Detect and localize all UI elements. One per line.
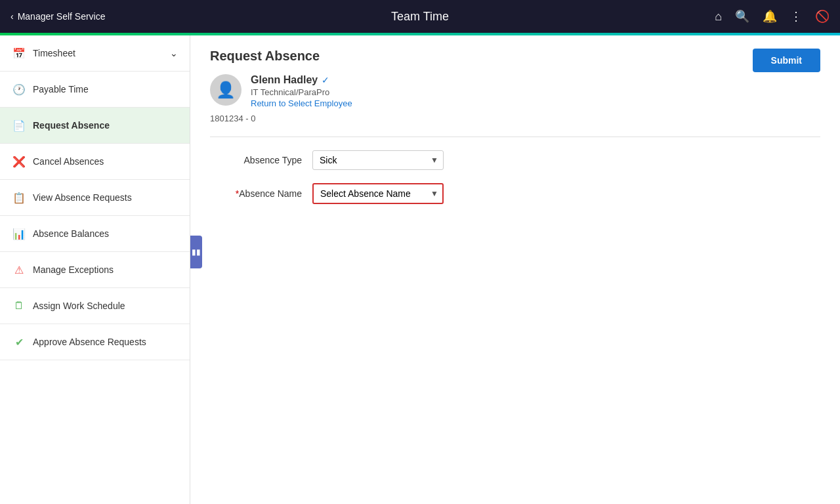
sidebar-item-request-absence[interactable]: 📄 Request Absence xyxy=(0,108,190,144)
absence-type-label: Absence Type xyxy=(210,155,302,165)
topbar-title: Team Time xyxy=(391,10,449,24)
more-icon: ⋮ xyxy=(790,9,802,24)
search-icon-button[interactable]: 🔍 xyxy=(735,9,749,24)
sidebar-item-view-absence-requests[interactable]: 📋 View Absence Requests xyxy=(0,180,190,216)
absence-name-select[interactable]: Select Absence Name xyxy=(312,183,444,204)
absence-name-label: *Absence Name xyxy=(210,188,302,199)
main-content: Request Absence 👤 Glenn Hadley ✓ IT Tech… xyxy=(190,35,840,504)
sidebar-item-label-view-absence-requests: View Absence Requests xyxy=(33,192,132,203)
view-absence-icon: 📋 xyxy=(12,190,26,205)
home-icon-button[interactable]: ⌂ xyxy=(715,10,722,24)
sidebar-item-manage-exceptions[interactable]: ⚠ Manage Exceptions xyxy=(0,252,190,288)
payable-time-icon: 🕐 xyxy=(12,82,26,96)
block-icon: 🚫 xyxy=(815,9,830,24)
absence-balances-icon: 📊 xyxy=(12,226,26,241)
sidebar: 📅 Timesheet ⌄ 🕐 Payable Time 📄 Request A… xyxy=(0,35,190,504)
employee-role: IT Technical/ParaPro xyxy=(251,87,352,97)
cancel-absences-icon: ❌ xyxy=(12,154,26,169)
topbar-left: ‹ Manager Self Service xyxy=(10,11,106,22)
bell-icon: 🔔 xyxy=(763,9,777,24)
sidebar-item-label-request-absence: Request Absence xyxy=(33,120,110,131)
back-label: Manager Self Service xyxy=(18,11,106,22)
sidebar-item-absence-balances[interactable]: 📊 Absence Balances xyxy=(0,216,190,252)
absence-type-row: Absence Type Sick Vacation Personal ▼ xyxy=(210,150,735,170)
absence-name-row: *Absence Name Select Absence Name ▼ xyxy=(210,183,735,204)
search-icon: 🔍 xyxy=(735,9,749,24)
more-icon-button[interactable]: ⋮ xyxy=(790,9,802,24)
sidebar-item-label-payable-time: Payable Time xyxy=(33,84,89,94)
back-icon: ‹ xyxy=(10,11,14,22)
sidebar-item-label-manage-exceptions: Manage Exceptions xyxy=(33,264,114,275)
employee-info: Glenn Hadley ✓ IT Technical/ParaPro Retu… xyxy=(251,74,352,108)
approve-absence-icon: ✔ xyxy=(12,335,26,349)
chevron-down-icon: ⌄ xyxy=(170,48,178,58)
employee-name-row: Glenn Hadley ✓ xyxy=(251,74,352,86)
topbar-icons: ⌂ 🔍 🔔 ⋮ 🚫 xyxy=(715,9,830,24)
absence-type-select-wrapper: Sick Vacation Personal ▼ xyxy=(312,150,444,170)
employee-id: 1801234 - 0 xyxy=(210,114,820,123)
page-title: Request Absence xyxy=(210,49,820,64)
bell-icon-button[interactable]: 🔔 xyxy=(763,9,777,24)
block-icon-button[interactable]: 🚫 xyxy=(815,9,830,24)
employee-name: Glenn Hadley xyxy=(251,74,318,86)
manage-exceptions-icon: ⚠ xyxy=(12,262,26,277)
pause-icon: ▮▮ xyxy=(192,247,201,257)
sidebar-item-timesheet[interactable]: 📅 Timesheet ⌄ xyxy=(0,35,190,72)
sidebar-item-approve-absence-requests[interactable]: ✔ Approve Absence Requests xyxy=(0,324,190,360)
back-button[interactable]: ‹ Manager Self Service xyxy=(10,11,106,22)
absence-type-select[interactable]: Sick Vacation Personal xyxy=(312,150,444,170)
collapse-panel-handle[interactable]: ▮▮ xyxy=(190,236,202,268)
form-area: Absence Type Sick Vacation Personal ▼ *A… xyxy=(210,150,735,204)
sidebar-item-label-assign-work-schedule: Assign Work Schedule xyxy=(33,301,125,311)
employee-card: 👤 Glenn Hadley ✓ IT Technical/ParaPro Re… xyxy=(210,74,820,108)
sidebar-item-label-timesheet: Timesheet xyxy=(33,48,75,58)
submit-button[interactable]: Submit xyxy=(753,49,820,72)
avatar-person-icon: 👤 xyxy=(216,81,236,99)
layout: 📅 Timesheet ⌄ 🕐 Payable Time 📄 Request A… xyxy=(0,35,840,504)
verified-icon: ✓ xyxy=(322,75,329,85)
sidebar-item-label-approve-absence-requests: Approve Absence Requests xyxy=(33,337,146,347)
topbar: ‹ Manager Self Service Team Time ⌂ 🔍 🔔 ⋮… xyxy=(0,0,840,33)
request-absence-icon: 📄 xyxy=(12,118,26,133)
sidebar-item-assign-work-schedule[interactable]: 🗒 Assign Work Schedule xyxy=(0,288,190,324)
sidebar-item-cancel-absences[interactable]: ❌ Cancel Absences xyxy=(0,144,190,180)
home-icon: ⌂ xyxy=(715,10,722,24)
return-to-select-employee-link[interactable]: Return to Select Employee xyxy=(251,98,352,108)
sidebar-item-label-cancel-absences: Cancel Absences xyxy=(33,156,104,167)
avatar: 👤 xyxy=(210,74,242,106)
sidebar-item-payable-time[interactable]: 🕐 Payable Time xyxy=(0,72,190,108)
divider xyxy=(210,136,820,137)
sidebar-item-label-absence-balances: Absence Balances xyxy=(33,228,109,239)
absence-name-select-wrapper: Select Absence Name ▼ xyxy=(312,183,444,204)
timesheet-icon: 📅 xyxy=(12,46,26,60)
assign-work-icon: 🗒 xyxy=(12,299,26,313)
